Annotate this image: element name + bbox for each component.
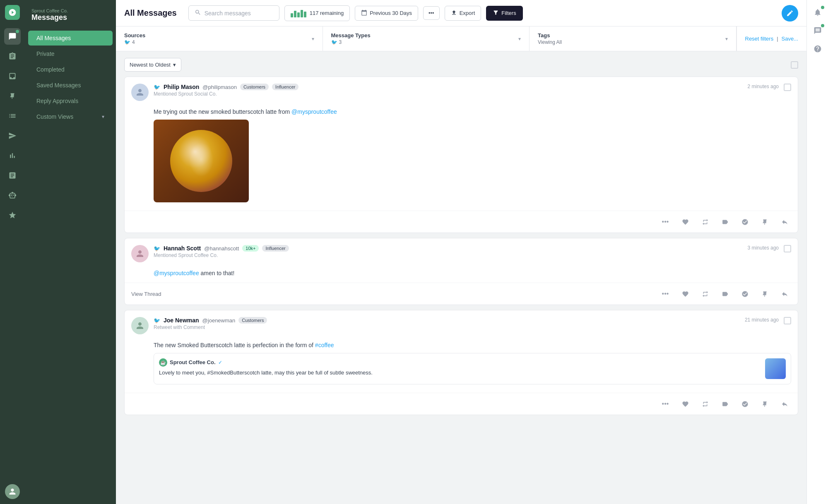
- tag-button[interactable]: [718, 397, 732, 410]
- reply-approvals-label: Reply Approvals: [36, 98, 78, 104]
- author-name: Hannah Scott: [164, 245, 201, 252]
- more-actions-button[interactable]: •••: [659, 397, 672, 410]
- avatar: [131, 245, 149, 262]
- retweet-button[interactable]: [698, 215, 712, 228]
- message-sub: Mentioned Sprout Coffee Co.: [154, 252, 743, 258]
- save-filters-link[interactable]: Save...: [782, 36, 798, 42]
- author-handle: @hannahscott: [204, 245, 239, 252]
- filters-button[interactable]: Filters: [486, 6, 522, 21]
- reply-button[interactable]: [778, 287, 791, 300]
- complete-button[interactable]: [738, 215, 751, 228]
- complete-button[interactable]: [738, 287, 751, 300]
- sidebar-icon-star[interactable]: [4, 207, 21, 223]
- tag-button[interactable]: [718, 287, 732, 300]
- message-header: 🐦 Joe Newman @joenewman Customers Retwee…: [125, 310, 798, 338]
- help-button[interactable]: [810, 41, 825, 56]
- messages-area: Newest to Oldest ▾ 🐦 Philip Mason @phili…: [116, 51, 806, 504]
- message-body: @mysproutcoffee amen to that!: [125, 266, 798, 283]
- reply-button[interactable]: [778, 215, 791, 228]
- reset-filters-link[interactable]: Reset filters: [745, 36, 774, 42]
- tag-button[interactable]: [718, 215, 732, 228]
- app-logo[interactable]: [5, 5, 20, 20]
- sources-sub: 🐦 4: [124, 39, 145, 45]
- quoted-image: [765, 358, 786, 379]
- message-card: 🐦 Philip Mason @philipmason Customers In…: [124, 77, 798, 233]
- quoted-text: Lovely to meet you, #SmokedButterscotch …: [159, 369, 762, 377]
- sidebar-item-saved-messages[interactable]: Saved Messages: [28, 78, 113, 93]
- date-range-label: Previous 30 Days: [370, 10, 412, 16]
- message-types-filter[interactable]: Message Types 🐦 3 ▾: [323, 26, 530, 51]
- sidebar-item-private[interactable]: Private: [28, 46, 113, 61]
- topbar: All Messages Search messages 117 remaini…: [116, 0, 806, 26]
- sidebar-icon-messages[interactable]: [4, 28, 21, 45]
- chat-button[interactable]: [810, 23, 825, 38]
- sort-dropdown[interactable]: Newest to Oldest ▾: [124, 58, 181, 72]
- verified-icon: ✓: [218, 359, 222, 366]
- export-button[interactable]: Export: [445, 6, 481, 21]
- sort-bar: Newest to Oldest ▾: [124, 58, 798, 72]
- remaining-chart: [291, 9, 307, 17]
- select-all-checkbox[interactable]: [791, 61, 798, 69]
- tags-filter[interactable]: Tags Viewing All ▾: [530, 26, 737, 51]
- mention-link[interactable]: @mysproutcoffee: [291, 108, 337, 115]
- message-checkbox[interactable]: [784, 84, 791, 91]
- pin-button[interactable]: [758, 215, 771, 228]
- name-row: 🐦 Hannah Scott @hannahscott 10k+ Influen…: [154, 245, 743, 252]
- remaining-label: 117 remaining: [310, 10, 344, 16]
- sidebar-icon-inbox[interactable]: [4, 68, 21, 84]
- tag-influencer: Influencer: [272, 84, 298, 90]
- user-avatar[interactable]: [5, 484, 20, 499]
- message-actions: View Thread •••: [125, 283, 798, 305]
- sidebar-icon-send[interactable]: [4, 127, 21, 144]
- sort-chevron-icon: ▾: [173, 62, 176, 68]
- sources-filter[interactable]: Sources 🐦 4 ▾: [116, 26, 323, 51]
- twitter-bird-icon: 🐦: [154, 317, 160, 324]
- notifications-button[interactable]: [810, 5, 825, 20]
- complete-button[interactable]: [738, 397, 751, 410]
- sidebar-icon-analytics[interactable]: [4, 147, 21, 164]
- message-checkbox[interactable]: [784, 317, 791, 324]
- sidebar-item-reply-approvals[interactable]: Reply Approvals: [28, 94, 113, 108]
- like-button[interactable]: [679, 397, 692, 410]
- chevron-down-icon: ▾: [102, 114, 104, 120]
- sidebar-icon-pin[interactable]: [4, 88, 21, 104]
- more-options-button[interactable]: •••: [423, 6, 440, 20]
- message-header: 🐦 Hannah Scott @hannahscott 10k+ Influen…: [125, 238, 798, 266]
- search-bar[interactable]: Search messages: [188, 5, 279, 21]
- more-actions-button[interactable]: •••: [659, 287, 672, 300]
- message-actions: •••: [125, 211, 798, 233]
- message-body: Me trying out the new smoked butterscotc…: [125, 104, 798, 211]
- like-button[interactable]: [679, 215, 692, 228]
- tag-influencer: Influencer: [262, 245, 289, 252]
- message-types-sub: 🐦 3: [331, 39, 371, 45]
- mention-link[interactable]: @mysproutcoffee: [154, 270, 199, 276]
- name-row: 🐦 Philip Mason @philipmason Customers In…: [154, 84, 743, 90]
- sidebar-icon-bot[interactable]: [4, 187, 21, 204]
- sidebar-item-all-messages[interactable]: All Messages: [28, 31, 113, 46]
- reply-button[interactable]: [778, 397, 791, 410]
- hashtag-link[interactable]: #coffee: [315, 342, 334, 348]
- compose-button[interactable]: [782, 5, 798, 22]
- retweet-button[interactable]: [698, 397, 712, 410]
- pin-button[interactable]: [758, 397, 771, 410]
- date-range-button[interactable]: Previous 30 Days: [355, 6, 418, 21]
- completed-label: Completed: [36, 66, 65, 73]
- sidebar-icon-tasks[interactable]: [4, 48, 21, 65]
- more-actions-button[interactable]: •••: [659, 215, 672, 228]
- remaining-button[interactable]: 117 remaining: [284, 5, 350, 21]
- name-row: 🐦 Joe Newman @joenewman Customers: [154, 317, 740, 324]
- view-thread-link[interactable]: View Thread: [131, 289, 652, 299]
- message-checkbox[interactable]: [784, 245, 791, 252]
- like-button[interactable]: [679, 287, 692, 300]
- retweet-button[interactable]: [698, 287, 712, 300]
- quoted-header: ☕ Sprout Coffee Co. ✓: [159, 358, 762, 367]
- custom-views-label: Custom Views: [36, 113, 73, 120]
- message-types-count: 3: [339, 39, 342, 45]
- sidebar-icon-list[interactable]: [4, 108, 21, 124]
- filter-bar: Sources 🐦 4 ▾ Message Types 🐦 3 ▾ Tags: [116, 26, 806, 51]
- sidebar-item-custom-views[interactable]: Custom Views ▾: [28, 109, 113, 124]
- message-time: 2 minutes ago: [748, 84, 779, 89]
- pin-button[interactable]: [758, 287, 771, 300]
- sidebar-item-completed[interactable]: Completed: [28, 62, 113, 77]
- sidebar-icon-reports[interactable]: [4, 167, 21, 184]
